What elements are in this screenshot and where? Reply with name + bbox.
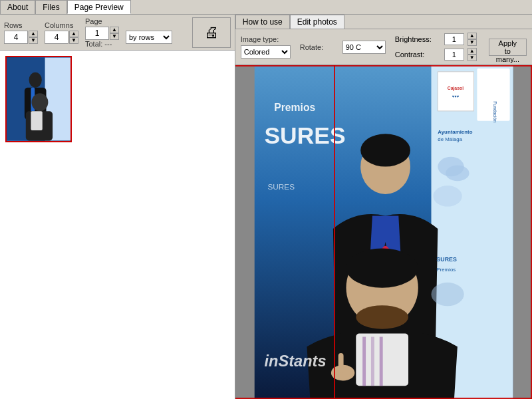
page-down-btn[interactable]: ▼ [110, 33, 119, 40]
page-label: Page [85, 17, 102, 25]
svg-text:Premios: Premios [274, 102, 315, 113]
rows-up-btn[interactable]: ▲ [29, 31, 38, 37]
page-group: Page 1 ▲ ▼ Total: --- [85, 17, 119, 48]
columns-group: Columns 4 ▲ ▼ [45, 21, 78, 44]
page-input[interactable]: 1 [85, 27, 109, 40]
svg-text:♥♥♥: ♥♥♥ [452, 94, 459, 98]
main-photo-background: Fundación Cajasol ♥♥♥ Premios SURES Ayun… [235, 65, 532, 399]
tab-edit-photos[interactable]: Edit photos [290, 15, 344, 29]
brightness-up-btn[interactable]: ▲ [467, 33, 477, 39]
right-toolbar: Image type: Colored Grayscale Black & Wh… [235, 29, 532, 65]
page-spinner: 1 ▲ ▼ [85, 27, 119, 40]
columns-down-btn[interactable]: ▼ [69, 37, 78, 44]
svg-rect-7 [31, 111, 42, 130]
brightness-spinner-btns: ▲ ▼ [467, 33, 477, 46]
svg-point-35 [431, 283, 464, 306]
brightness-input[interactable] [444, 33, 464, 45]
contrast-input[interactable] [444, 49, 464, 61]
svg-text:Premios: Premios [436, 267, 456, 273]
svg-rect-29 [371, 336, 374, 386]
printer-icon: 🖨 [204, 24, 219, 41]
contrast-label: Contrast: [395, 51, 442, 59]
contrast-down-btn[interactable]: ▼ [467, 55, 477, 61]
brightness-row: Brightness: ▲ ▼ [395, 33, 477, 46]
rotate-group: Rotate: 90 C 90 CC 180 None [300, 41, 386, 54]
svg-point-5 [31, 93, 48, 111]
contrast-spinner-btns: ▲ ▼ [467, 48, 477, 61]
svg-rect-32 [338, 353, 343, 373]
svg-point-23 [360, 134, 410, 166]
image-type-row: Image type: [241, 35, 291, 43]
rows-spinner-btns: ▲ ▼ [29, 31, 38, 44]
brightness-contrast-group: Brightness: ▲ ▼ Contrast: ▲ ▼ [395, 33, 477, 61]
main-container: Rows 4 ▲ ▼ Columns 4 ▲ ▼ [0, 15, 532, 399]
svg-text:inStants: inStants [264, 352, 326, 370]
rotate-label: Rotate: [300, 43, 340, 51]
columns-up-btn[interactable]: ▲ [69, 31, 78, 37]
svg-point-2 [29, 72, 42, 88]
right-image-area: Fundación Cajasol ♥♥♥ Premios SURES Ayun… [235, 65, 532, 399]
right-panel: How to use Edit photos Image type: Color… [235, 15, 532, 399]
contrast-row: Contrast: ▲ ▼ [395, 48, 477, 61]
svg-text:SURES: SURES [267, 182, 295, 192]
svg-point-20 [446, 166, 469, 182]
rotate-select[interactable]: 90 C 90 CC 180 None [342, 41, 386, 54]
image-type-select[interactable]: Colored Grayscale Black & White [241, 45, 291, 59]
rotate-row: Rotate: 90 C 90 CC 180 None [300, 41, 386, 54]
page-up-btn[interactable]: ▲ [110, 27, 119, 33]
left-preview-area [0, 51, 235, 399]
by-rows-group: by rows by columns [126, 31, 172, 44]
right-top-tabs: How to use Edit photos [235, 15, 532, 29]
rows-down-btn[interactable]: ▼ [29, 37, 38, 44]
svg-text:SURES: SURES [436, 256, 457, 263]
left-panel: Rows 4 ▲ ▼ Columns 4 ▲ ▼ [0, 15, 235, 399]
columns-spinner: 4 ▲ ▼ [45, 31, 78, 44]
rows-group: Rows 4 ▲ ▼ [4, 21, 38, 44]
tab-page-preview[interactable]: Page Preview [67, 0, 131, 14]
svg-text:Ayuntamiento: Ayuntamiento [438, 129, 472, 135]
rows-label: Rows [4, 21, 23, 29]
columns-input[interactable]: 4 [45, 31, 68, 44]
image-type-select-row: Colored Grayscale Black & White [241, 45, 291, 59]
rows-input[interactable]: 4 [4, 31, 28, 44]
tab-about[interactable]: About [0, 0, 35, 14]
apply-to-many-button[interactable]: Apply to many... [489, 39, 527, 56]
brightness-label: Brightness: [395, 35, 442, 43]
svg-point-26 [356, 305, 408, 329]
columns-label: Columns [45, 21, 73, 29]
svg-rect-12 [438, 72, 473, 111]
svg-text:Fundación: Fundación [493, 101, 497, 122]
left-toolbar: Rows 4 ▲ ▼ Columns 4 ▲ ▼ [0, 15, 235, 51]
svg-point-25 [346, 249, 418, 288]
print-btn-area: 🖨 [192, 17, 231, 48]
top-tab-bar: About Files Page Preview [0, 0, 532, 15]
tab-how-to-use[interactable]: How to use [235, 15, 290, 29]
svg-rect-28 [362, 336, 366, 386]
image-type-label: Image type: [241, 35, 281, 43]
by-rows-select[interactable]: by rows by columns [126, 31, 172, 44]
brightness-down-btn[interactable]: ▼ [467, 39, 477, 46]
svg-rect-30 [379, 336, 382, 386]
print-button[interactable]: 🖨 [192, 17, 231, 48]
photo-thumbnail-container [5, 56, 72, 142]
total-row: Total: --- [85, 40, 112, 48]
tab-files[interactable]: Files [35, 0, 66, 14]
contrast-up-btn[interactable]: ▲ [467, 48, 477, 55]
image-type-group: Image type: Colored Grayscale Black & Wh… [241, 35, 291, 59]
svg-point-21 [433, 186, 462, 206]
photo-thumbnail [7, 57, 70, 141]
rows-spinner: 4 ▲ ▼ [4, 31, 38, 44]
svg-text:de Málaga: de Málaga [438, 136, 462, 142]
svg-text:Cajasol: Cajasol [447, 86, 464, 91]
page-spinner-btns: ▲ ▼ [110, 27, 119, 40]
svg-text:SURES: SURES [264, 122, 345, 149]
columns-spinner-btns: ▲ ▼ [69, 31, 78, 44]
